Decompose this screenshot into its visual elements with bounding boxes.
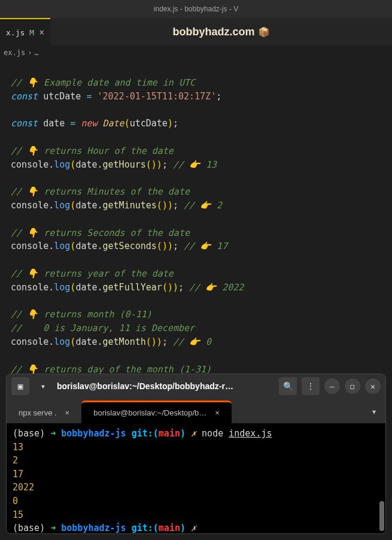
close-icon[interactable]: ×	[65, 408, 70, 417]
scrollbar[interactable]	[379, 501, 384, 531]
close-button[interactable]: ✕	[365, 378, 381, 394]
tab-modified-indicator: M	[29, 28, 34, 37]
window-title-bar: index.js - bobbyhadz-js - V	[0, 0, 392, 18]
terminal-title: borislav@borislav:~/Desktop/bobbyhadz-r…	[57, 381, 274, 391]
dropdown-icon[interactable]: ▾	[34, 377, 52, 395]
terminal-output: 0	[13, 495, 379, 508]
terminal-tab-label: borislav@borislav:~/Desktop/b…	[93, 408, 206, 417]
close-icon[interactable]: ×	[215, 408, 220, 417]
terminal-output: 2	[13, 454, 379, 468]
menu-icon[interactable]: ⋮	[302, 377, 320, 395]
chevron-down-icon[interactable]: ▾	[363, 400, 385, 423]
terminal-output: 15	[13, 508, 379, 522]
banner-text: bobbyhadz.com	[173, 26, 255, 38]
close-icon[interactable]: ×	[39, 27, 44, 38]
terminal-tab-shell[interactable]: borislav@borislav:~/Desktop/b… ×	[81, 401, 232, 423]
terminal-window: ▣ ▾ borislav@borislav:~/Desktop/bobbyhad…	[6, 374, 386, 534]
terminal-tab-serve[interactable]: npx serve . ×	[7, 402, 81, 423]
breadcrumb-file: ex.js	[4, 48, 25, 57]
terminal-tab-label: npx serve .	[19, 408, 57, 417]
search-icon[interactable]: 🔍	[279, 377, 297, 395]
cube-icon: 📦	[258, 27, 270, 37]
minimize-button[interactable]: —	[324, 378, 340, 394]
breadcrumb[interactable]: ex.js › …	[0, 45, 392, 60]
terminal-titlebar: ▣ ▾ borislav@borislav:~/Desktop/bobbyhad…	[7, 374, 385, 398]
maximize-button[interactable]: ◻	[345, 378, 360, 394]
tab-name: x.js	[6, 28, 25, 37]
new-tab-button[interactable]: ▣	[11, 377, 29, 395]
terminal-tabs: npx serve . × borislav@borislav:~/Deskto…	[7, 398, 385, 423]
site-banner: bobbyhadz.com 📦	[50, 26, 392, 38]
chevron-right-icon: ›	[28, 48, 32, 57]
code-editor[interactable]: // 👇 Example date and time in UTC const …	[0, 60, 392, 392]
editor-tab-bar: x.js M × bobbyhadz.com 📦	[0, 18, 392, 45]
code-keyword: const	[11, 91, 38, 102]
terminal-output: 2022	[13, 481, 379, 495]
editor-tab-index-js[interactable]: x.js M ×	[0, 18, 50, 45]
terminal-output: 13	[13, 441, 379, 454]
breadcrumb-more: …	[34, 48, 38, 57]
window-title: index.js - bobbyhadz-js - V	[154, 5, 238, 13]
terminal-output: 17	[13, 468, 379, 481]
code-comment: // 👇 Example date and time in UTC	[11, 77, 195, 88]
terminal-body[interactable]: (base) ➜ bobbyhadz-js git:(main) ✗ node …	[7, 423, 385, 533]
